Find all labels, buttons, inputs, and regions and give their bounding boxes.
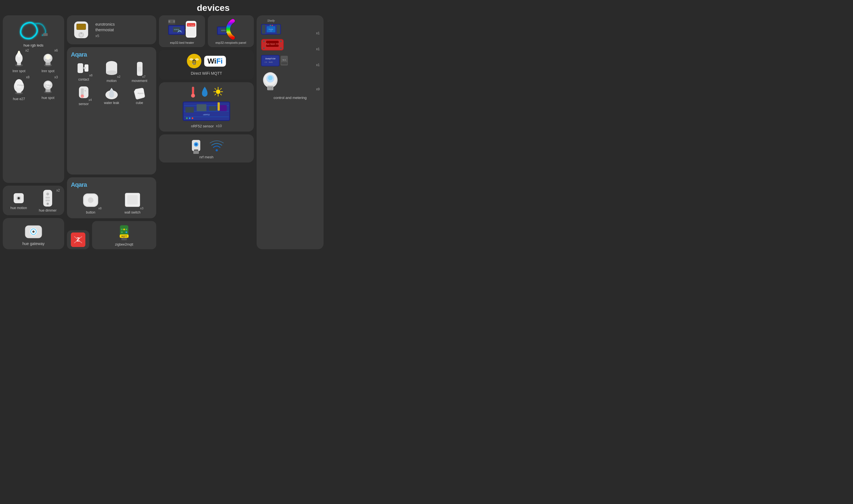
contact-count: x8: [89, 74, 93, 77]
led-strip-item: hue rgb leds: [5, 19, 62, 48]
svg-rect-86: [168, 23, 175, 24]
svg-point-72: [121, 231, 123, 233]
svg-text:Philips: Philips: [17, 84, 24, 86]
aqara-sensor: ~ x4 sensor: [71, 85, 97, 106]
aqara-cube: Aqara cube: [127, 85, 152, 106]
svg-text:C €: C €: [265, 61, 267, 63]
svg-point-104: [216, 89, 220, 94]
svg-rect-136: [277, 25, 280, 34]
nrf-mesh-label: nrf mesh: [199, 155, 214, 159]
svg-text:50 A: 50 A: [282, 59, 286, 61]
shelly-em-count: x1: [316, 63, 320, 67]
svg-rect-50: [138, 67, 141, 72]
svg-point-61: [88, 197, 93, 203]
svg-rect-64: [127, 195, 138, 204]
esp32-bed-heater-label: esp32-bed heater: [170, 41, 194, 44]
svg-text:2.5: 2.5: [270, 30, 272, 32]
nrf52-sensor-label: nRF52 sensor: [191, 124, 214, 128]
wifi-mqtt-card: MQTT Wi Fi Direct WiFi MQTT: [159, 50, 254, 79]
shelly-em-item: Shelly® EM C € RoHS 50 A x1: [261, 54, 320, 67]
svg-rect-42: [81, 33, 82, 34]
svg-rect-135: [262, 25, 265, 34]
innr-spot-candle: x2 lnnr spot: [5, 49, 32, 73]
svg-point-73: [125, 231, 127, 233]
svg-rect-88: [174, 20, 175, 22]
motion-count: x2: [117, 75, 121, 78]
svg-point-149: [280, 48, 282, 49]
svg-rect-118: [186, 107, 194, 113]
svg-point-147: [263, 48, 265, 49]
contact-label: contact: [79, 77, 89, 82]
svg-text:Shelly® EM: Shelly® EM: [265, 58, 276, 60]
cube-label: cube: [136, 101, 143, 105]
svg-rect-43: [77, 63, 83, 73]
svg-point-10: [46, 55, 50, 59]
shelly-brand: Shelly: [267, 19, 275, 22]
wifi-mqtt-label: Direct WiFi MQTT: [191, 71, 222, 75]
svg-point-5: [18, 51, 20, 54]
hue-spot: Philips x3 hue spot: [35, 75, 62, 101]
svg-point-140: [270, 25, 271, 26]
button-count: x8: [98, 206, 102, 210]
svg-point-11: [46, 59, 47, 60]
usb-dongle-icon: [188, 138, 205, 155]
svg-point-26: [18, 197, 20, 199]
thermometer-icon: [189, 86, 197, 98]
innr-spot-gu10: x6 lnnr spot: [35, 49, 62, 73]
svg-rect-122: [217, 102, 220, 111]
svg-point-132: [215, 149, 218, 151]
hue-bulbs-card: hue rgb leds x2: [3, 15, 64, 183]
svg-text:Aqara: Aqara: [138, 92, 144, 94]
water-drop-icon: [200, 86, 209, 98]
svg-rect-29: [46, 197, 50, 198]
hue-gateway-card: hue gateway: [3, 218, 64, 249]
svg-text:ESP32: ESP32: [221, 30, 226, 31]
aqara-water-leak: water leak: [99, 85, 124, 106]
svg-rect-30: [46, 200, 50, 201]
fi-text: Fi: [216, 57, 223, 66]
svg-point-70: [123, 229, 125, 230]
svg-point-131: [195, 143, 197, 145]
svg-point-45: [83, 67, 86, 69]
innr-spot-candle-label: lnnr spot: [13, 69, 25, 73]
hue-motion-item: hue motion: [10, 191, 27, 210]
hue-e27-label: hue e27: [13, 97, 25, 101]
svg-rect-119: [197, 104, 206, 111]
svg-text:MQTT: MQTT: [192, 63, 196, 65]
hue-dimmer-count: x2: [56, 188, 60, 192]
aqara-card1: Aqara x8 contact: [67, 47, 156, 175]
hue-dimmer-item: x2 hue dimmer: [39, 188, 56, 212]
svg-point-28: [46, 193, 49, 195]
shelly-bulb-item: Shelly 2500W x9: [261, 70, 320, 91]
svg-rect-121: [219, 105, 227, 111]
svg-rect-39: [77, 24, 85, 29]
motion-label: motion: [107, 79, 117, 83]
aqara-logo2: Aqara: [71, 181, 152, 188]
aqara-wall-switch: x3 wall switch: [113, 191, 152, 214]
wall-switch-count: x3: [140, 206, 143, 210]
svg-line-111: [220, 88, 222, 89]
aqara-card2: Aqara x8 button: [67, 177, 156, 218]
zigbee-row: Z MQTT: [67, 221, 156, 249]
svg-text:RoHS: RoHS: [269, 61, 273, 63]
nrf52-count: x10: [216, 124, 222, 128]
eurotronics-label: eurotronics thermostat: [95, 22, 115, 33]
svg-text:Philips: Philips: [46, 84, 51, 86]
sensor-count: x4: [88, 98, 92, 102]
svg-point-123: [186, 118, 188, 119]
wattmeter-item: Watt Meter App Apps SS x1: [261, 38, 320, 51]
wifi-text: Wi: [208, 57, 216, 66]
svg-rect-129: [193, 151, 199, 154]
page-title: devices: [0, 0, 426, 15]
svg-point-146: [263, 40, 265, 42]
zigbee2mqtt-label: zigbee2mqtt: [115, 242, 133, 247]
zigbee2mqtt-card: MQTT zigbee2mqtt: [92, 221, 156, 249]
aqara-logo1: Aqara: [71, 51, 152, 58]
wattmeter-count: x1: [316, 47, 320, 51]
hue-gateway-label: hue gateway: [22, 241, 45, 246]
eurotronics-card: eurotronics thermostat x5: [67, 15, 156, 44]
svg-point-13: [49, 59, 51, 60]
svg-point-12: [48, 60, 49, 61]
wifi-waves-icon: [208, 138, 225, 155]
hue-spot-count: x3: [54, 75, 58, 79]
